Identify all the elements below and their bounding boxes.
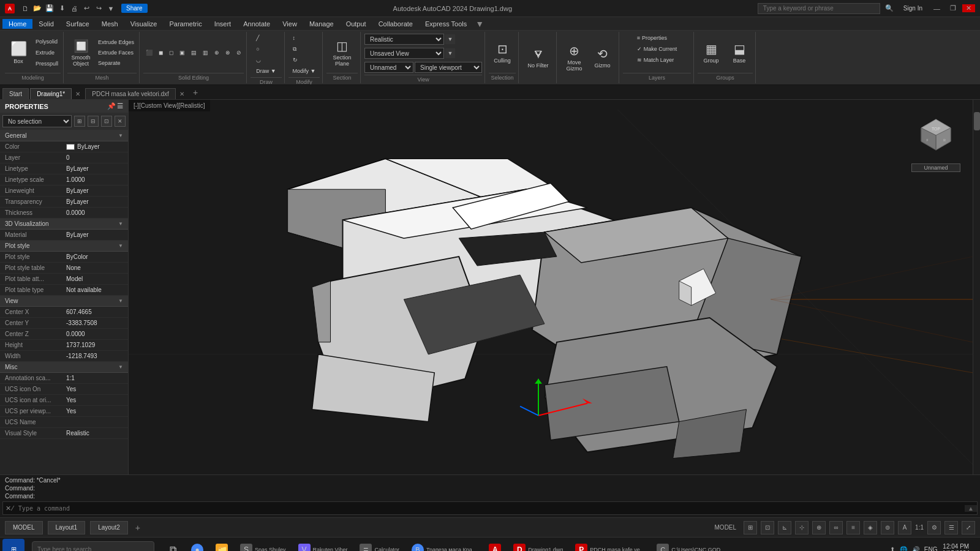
qat-dropdown[interactable]: ▼ xyxy=(105,3,116,14)
search-taskbar-btn[interactable] xyxy=(27,539,159,552)
add-layout-btn[interactable]: + xyxy=(133,523,143,533)
menu-more[interactable]: ▼ xyxy=(473,19,486,29)
plot-table-att-value[interactable]: Model xyxy=(66,276,123,282)
spas-btn[interactable]: S Spas Shulev xyxy=(235,539,291,552)
viewcube[interactable]: TOP R F Unnamed xyxy=(911,112,960,161)
make-current-btn[interactable]: ✓ Make Current xyxy=(635,44,680,54)
plot-section-header[interactable]: Plot style ▼ xyxy=(0,241,128,252)
plot-style-table-value[interactable]: None xyxy=(66,264,123,271)
solid-icon1[interactable]: ⬛ xyxy=(143,48,155,58)
polysolid-btn[interactable]: Polysolid xyxy=(33,37,61,47)
plot-table-type-value[interactable]: Not available xyxy=(66,287,123,293)
minimize-btn[interactable]: — xyxy=(930,5,944,12)
extrude-btn[interactable]: Extrude xyxy=(33,48,61,58)
saveas-btn[interactable]: ⬇ xyxy=(56,3,67,14)
scrollbar-thumb[interactable] xyxy=(974,112,980,130)
layout1-tab[interactable]: Layout1 xyxy=(48,521,86,534)
menu-manage[interactable]: Manage xyxy=(303,19,340,29)
layer-value[interactable]: 0 xyxy=(66,154,123,161)
group-btn[interactable]: ▦ Group xyxy=(698,34,725,71)
share-button[interactable]: Share xyxy=(121,4,148,13)
calculator-btn[interactable]: = Calculator xyxy=(355,539,404,552)
redo-btn[interactable]: ↪ xyxy=(93,3,104,14)
transparency-value[interactable]: ByLayer xyxy=(66,198,123,205)
viewport-dropdown[interactable]: Unnamed xyxy=(364,62,413,73)
material-value[interactable]: ByLayer xyxy=(66,231,123,238)
pdch-btn[interactable]: P PDCH masa kafe ve... xyxy=(570,539,649,552)
thickness-value[interactable]: 0.0000 xyxy=(66,209,123,216)
polar-btn[interactable]: ⊹ xyxy=(795,521,809,534)
ucs-icon-ori-value[interactable]: Yes xyxy=(66,397,123,403)
unsaved-view-more[interactable]: ▼ xyxy=(445,48,455,58)
menu-visualize[interactable]: Visualize xyxy=(124,19,164,29)
width-value[interactable]: -1218.7493 xyxy=(66,353,123,359)
height-value[interactable]: 1737.1029 xyxy=(66,342,123,348)
annotscale-btn[interactable]: A xyxy=(898,521,911,534)
single-viewport-dropdown[interactable]: Single viewport xyxy=(415,62,482,73)
layout2-tab[interactable]: Layout2 xyxy=(90,521,128,534)
extrude-edges-btn[interactable]: Extrude Edges xyxy=(96,37,137,47)
linetype-scale-value[interactable]: 1.0000 xyxy=(66,176,123,183)
layer-properties-btn[interactable]: ≡ Properties xyxy=(635,33,669,43)
tab-close-drawing1[interactable]: ✕ xyxy=(72,89,84,99)
separate-btn[interactable]: Separate xyxy=(96,58,137,68)
linetype-value[interactable]: ByLayer xyxy=(66,165,123,172)
culling-btn[interactable]: ⊡ Culling xyxy=(489,34,516,71)
properties-menu-icon[interactable]: ☰ xyxy=(117,102,123,110)
tab-add[interactable]: + xyxy=(188,86,203,99)
explorer-btn[interactable]: 📁 xyxy=(211,539,233,552)
chrome-btn[interactable]: ● xyxy=(186,539,208,552)
ucs-per-view-value[interactable]: Yes xyxy=(66,408,123,414)
tab-pdch[interactable]: PDCH masa kafe vektori.dxf xyxy=(85,88,176,99)
solid-icon2[interactable]: ◼ xyxy=(156,48,165,58)
ucs-icon-on-value[interactable]: Yes xyxy=(66,386,123,392)
viz3d-section-header[interactable]: 3D Visualization ▼ xyxy=(0,219,128,230)
plot-style-value[interactable]: ByColor xyxy=(66,253,123,260)
rotate-btn[interactable]: ↻ xyxy=(290,55,318,65)
new-btn[interactable]: 🗋 xyxy=(20,3,31,14)
restore-btn[interactable]: ❐ xyxy=(946,4,960,12)
taskbar-search[interactable] xyxy=(32,541,154,552)
properties-close-icon[interactable]: ✕ xyxy=(115,116,126,127)
menu-express[interactable]: Express Tools xyxy=(419,19,473,29)
menu-output[interactable]: Output xyxy=(340,19,372,29)
lineweight-value[interactable]: ByLayer xyxy=(66,187,123,194)
save-btn[interactable]: 💾 xyxy=(44,3,55,14)
visual-style-more[interactable]: ▼ xyxy=(445,34,455,44)
model-tab[interactable]: MODEL xyxy=(5,521,43,534)
unsaved-view-dropdown[interactable]: Unsaved View xyxy=(364,48,444,59)
view-section-header[interactable]: View ▼ xyxy=(0,296,128,307)
solid-icon5[interactable]: ▤ xyxy=(189,48,199,58)
snap-btn[interactable]: ⊡ xyxy=(761,521,774,534)
network-icon[interactable]: 🌐 xyxy=(900,546,907,551)
menu-home[interactable]: Home xyxy=(2,19,32,29)
selection-dropdown[interactable]: No selection xyxy=(2,115,72,127)
fullscreen-btn[interactable]: ⤢ xyxy=(962,521,975,534)
smooth-object-btn[interactable]: 🔲 Smooth Object xyxy=(67,34,94,71)
modify-more-btn[interactable]: Modify ▼ xyxy=(290,66,318,76)
menu-solid[interactable]: Solid xyxy=(32,19,59,29)
line-btn[interactable]: ╱ xyxy=(254,33,278,43)
match-layer-btn[interactable]: ≋ Match Layer xyxy=(635,55,677,65)
open-btn[interactable]: 📂 xyxy=(32,3,43,14)
box-btn[interactable]: ⬜ Box xyxy=(5,34,32,71)
presspull-btn[interactable]: Presspull xyxy=(33,59,61,69)
center-z-value[interactable]: 0.0000 xyxy=(66,331,123,337)
viewport[interactable]: [-][Custom View][Realistic] xyxy=(129,100,973,474)
gizmo-btn[interactable]: ⟲ Gizmo xyxy=(589,39,616,76)
solid-icon6[interactable]: ▥ xyxy=(200,48,211,58)
right-scrollbar[interactable] xyxy=(973,100,980,474)
solid-icon8[interactable]: ⊗ xyxy=(223,48,233,58)
move-gizmo-btn[interactable]: ⊕ Move Gizmo xyxy=(561,39,588,76)
arc-btn[interactable]: ◡ xyxy=(254,55,278,65)
ortho-btn[interactable]: ⊾ xyxy=(778,521,791,534)
lineweight-btn[interactable]: ≡ xyxy=(846,521,860,534)
cmd-icon-x[interactable]: ✕ xyxy=(6,504,11,512)
no-filter-btn[interactable]: ⛛ No Filter xyxy=(525,39,552,76)
center-x-value[interactable]: 607.4665 xyxy=(66,309,123,315)
tab-start[interactable]: Start xyxy=(2,88,29,99)
tab-drawing1[interactable]: Drawing1* xyxy=(30,88,72,99)
base-btn[interactable]: ⬓ Base xyxy=(726,34,753,71)
menu-view[interactable]: View xyxy=(276,19,303,29)
solid-icon4[interactable]: ▣ xyxy=(177,48,187,58)
